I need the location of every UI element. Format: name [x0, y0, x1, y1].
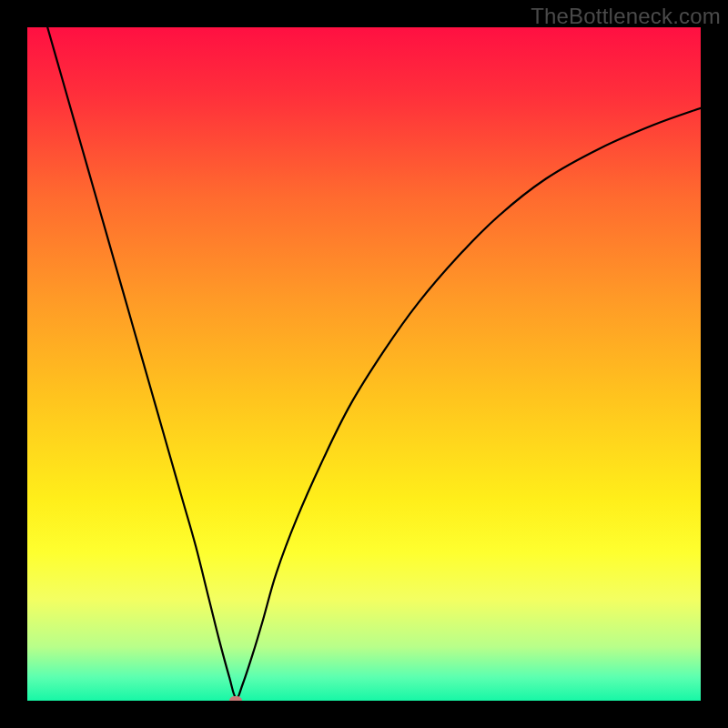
watermark-text: TheBottleneck.com	[531, 4, 721, 29]
bottleneck-curve	[27, 27, 701, 701]
chart-frame: TheBottleneck.com	[0, 0, 728, 728]
plot-area	[27, 27, 701, 701]
optimal-point-marker	[229, 696, 242, 701]
